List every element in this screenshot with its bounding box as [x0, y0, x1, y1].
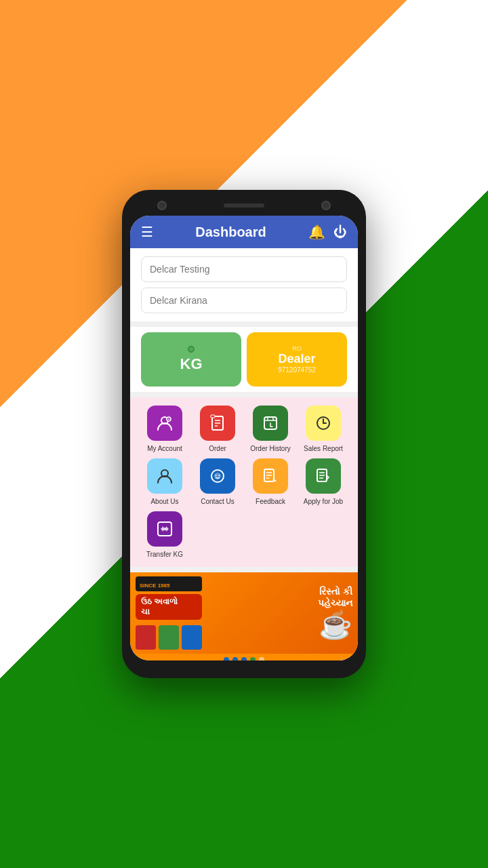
- svg-point-16: [216, 475, 217, 476]
- header-actions: 🔔 ⏻: [308, 224, 347, 240]
- sales-report-icon-box: [306, 406, 341, 441]
- banner-background: SINCE 1985 ઉઠ અવાળોચા રિસ્તો કી પહેચ્યાન: [130, 572, 358, 654]
- header: ☰ Dashboard 🔔 ⏻: [130, 216, 358, 248]
- status-cards: KG RO Dealer 9712074752: [130, 327, 358, 392]
- speaker: [224, 203, 264, 208]
- phone-top: [130, 198, 358, 213]
- menu-item-order-history[interactable]: Order History: [247, 406, 294, 453]
- my-account-label: My Account: [147, 445, 182, 453]
- menu-icon[interactable]: ☰: [141, 224, 153, 240]
- kg-status-dot: [188, 346, 195, 353]
- banner-right-content: રિસ્તો કી પહેચ્યાન ☕: [298, 586, 352, 640]
- dot-2[interactable]: [232, 657, 238, 660]
- contact-us-icon: [208, 467, 227, 486]
- sales-report-label: Sales Report: [304, 445, 343, 453]
- menu-section: My Account Order: [130, 397, 358, 567]
- sensor: [321, 201, 331, 210]
- transfer-kg-icon: [155, 519, 174, 538]
- name-input[interactable]: [141, 256, 347, 282]
- store-input[interactable]: [141, 288, 347, 313]
- feedback-icon-box: [253, 458, 288, 494]
- dot-1[interactable]: [224, 657, 229, 660]
- feedback-icon: [261, 467, 280, 486]
- user-info-card: [130, 248, 358, 321]
- order-history-icon-box: [253, 406, 288, 441]
- dealer-code: 9712074752: [278, 366, 316, 374]
- menu-grid: My Account Order: [141, 406, 347, 559]
- about-us-icon: [155, 467, 174, 486]
- front-camera: [157, 201, 167, 210]
- apply-for-job-icon: [314, 467, 333, 486]
- dealer-card[interactable]: RO Dealer 9712074752: [247, 332, 347, 387]
- dot-3[interactable]: [241, 657, 247, 660]
- svg-rect-8: [211, 415, 215, 418]
- transfer-kg-icon-box: [147, 511, 182, 547]
- transfer-kg-label: Transfer KG: [146, 551, 183, 559]
- about-us-icon-box: [147, 458, 182, 494]
- apply-for-job-icon-box: [306, 458, 341, 494]
- banner-left-content: SINCE 1985 ઉઠ અવાળોચા: [136, 576, 202, 650]
- order-history-icon: [261, 414, 280, 433]
- kg-card[interactable]: KG: [141, 332, 241, 387]
- main-content: KG RO Dealer 9712074752: [130, 248, 358, 660]
- banner-logo: ઉઠ અવાળોચા: [136, 594, 202, 620]
- my-account-icon: [155, 414, 174, 433]
- contact-us-label: Contact Us: [201, 498, 234, 506]
- page-title: Dashboard: [195, 224, 266, 240]
- my-account-icon-box: [147, 406, 182, 441]
- phone-screen: ☰ Dashboard 🔔 ⏻ KG RO De: [130, 216, 358, 660]
- menu-item-feedback[interactable]: Feedback: [247, 458, 294, 506]
- menu-item-about-us[interactable]: About Us: [141, 458, 188, 506]
- menu-item-my-account[interactable]: My Account: [141, 406, 188, 453]
- contact-us-icon-box: [200, 458, 235, 494]
- phone-shell: ☰ Dashboard 🔔 ⏻ KG RO De: [122, 190, 366, 678]
- about-us-label: About Us: [150, 498, 178, 506]
- kg-label: KG: [180, 355, 203, 373]
- banner-tagline: રિસ્તો કી પહેચ્યાન: [298, 586, 352, 609]
- order-history-label: Order History: [250, 445, 290, 453]
- feedback-label: Feedback: [256, 498, 285, 506]
- promo-banner: SINCE 1985 ઉઠ અવાળોચા રિસ્તો કી પહેચ્યાન: [130, 572, 358, 654]
- order-icon: [208, 414, 227, 433]
- menu-item-order[interactable]: Order: [194, 406, 241, 453]
- order-label: Order: [209, 445, 226, 453]
- menu-item-apply-for-job[interactable]: Apply for Job: [300, 458, 347, 506]
- banner-dots: [130, 654, 358, 660]
- logout-icon[interactable]: ⏻: [333, 224, 347, 240]
- menu-item-sales-report[interactable]: Sales Report: [300, 406, 347, 453]
- dealer-label: Dealer: [278, 352, 315, 366]
- apply-for-job-label: Apply for Job: [304, 498, 343, 506]
- dealer-top-label: RO: [292, 345, 302, 352]
- sales-report-icon: [314, 414, 333, 433]
- dot-4[interactable]: [250, 657, 256, 660]
- menu-item-transfer-kg[interactable]: Transfer KG: [141, 511, 188, 559]
- menu-item-contact-us[interactable]: Contact Us: [194, 458, 241, 506]
- bell-icon[interactable]: 🔔: [308, 224, 325, 240]
- order-icon-box: [200, 406, 235, 441]
- svg-point-17: [219, 475, 220, 476]
- dot-5[interactable]: [259, 657, 264, 660]
